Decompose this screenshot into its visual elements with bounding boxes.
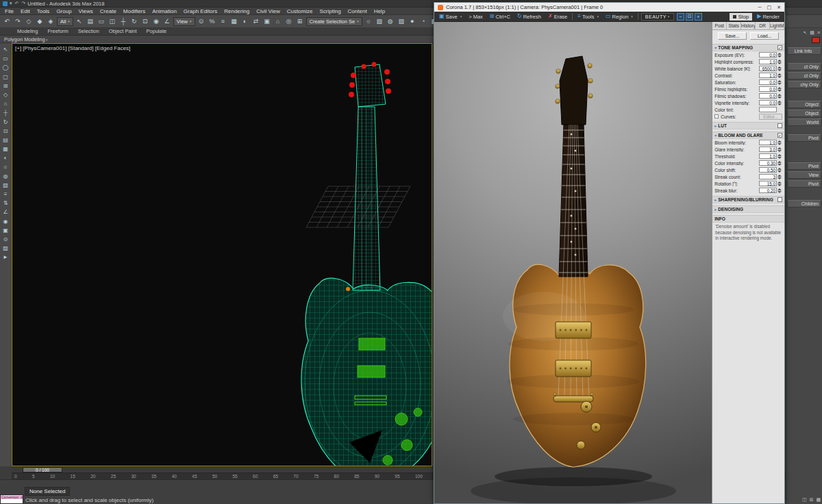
stop-button[interactable]: Stop	[730, 13, 752, 21]
layers-icon[interactable]: ▤	[810, 30, 814, 36]
layer-manager-icon[interactable]: ▣	[262, 16, 272, 26]
parameter-input[interactable]: 0.0	[759, 52, 777, 58]
panel-button[interactable]: Object	[787, 101, 821, 108]
panel-button[interactable]: Pivot	[787, 162, 821, 170]
rect-tool-icon[interactable]: ▭	[3, 55, 8, 62]
add-keys-icon[interactable]: ⊞	[810, 497, 814, 503]
curves-checkbox[interactable]	[714, 114, 719, 118]
parameter-input[interactable]: 1.0	[759, 59, 777, 64]
parameter-input[interactable]: 3	[759, 174, 777, 179]
render-icon[interactable]: ▨	[397, 16, 406, 26]
panel-button[interactable]: ct Only	[787, 63, 821, 71]
config-load-button[interactable]: Load...	[750, 32, 779, 40]
render-button[interactable]: Render	[755, 12, 782, 21]
panel-tab[interactable]: LightMix	[770, 22, 784, 29]
ribbon-tab[interactable]: Selection	[73, 27, 104, 35]
to-max-button[interactable]: > Max	[466, 12, 485, 21]
lut-checkbox[interactable]	[777, 123, 782, 128]
spinner[interactable]	[777, 53, 782, 58]
sharpening-header[interactable]: SHARPENING/BLURRING	[712, 196, 784, 203]
parameter-input[interactable]: 0.30	[759, 160, 777, 166]
rendered-frame-icon[interactable]: ◍	[386, 16, 395, 26]
ribbon-panel-label[interactable]: Polygon Modeling	[4, 36, 48, 42]
select-move-icon[interactable]: ┼	[119, 16, 128, 26]
schematic-view-icon[interactable]: ⊞	[295, 16, 305, 26]
menu-item[interactable]: Help	[371, 8, 388, 15]
menu-item[interactable]: Edit	[17, 8, 34, 15]
parameter-input[interactable]: 6500.0	[759, 66, 777, 71]
ribbon-tab[interactable]: Populate	[142, 27, 172, 35]
select-rotate-icon[interactable]: ↻	[129, 16, 139, 26]
snap-icon[interactable]: ∠	[162, 16, 172, 26]
menu-item[interactable]: Customize	[284, 8, 316, 15]
tone-mapping-checkbox[interactable]	[777, 45, 782, 50]
hatch-tool-icon[interactable]: ▧	[3, 182, 8, 188]
parameter-input[interactable]: 0.20	[759, 188, 777, 193]
panel-button[interactable]: ct Only	[787, 72, 821, 79]
target-tool-icon[interactable]: ◉	[3, 218, 8, 225]
spinner[interactable]	[777, 60, 782, 64]
redo-icon[interactable]: ↷	[13, 16, 23, 26]
material-editor-icon[interactable]: ☼	[364, 16, 373, 26]
unlink-icon[interactable]: ◆	[35, 16, 45, 26]
parameter-input[interactable]: 0.0	[759, 93, 777, 99]
box-tool-icon[interactable]: ▢	[3, 74, 8, 80]
render-iterative-icon[interactable]: ◔	[419, 16, 428, 26]
expand-arrow-icon[interactable]	[714, 123, 717, 128]
named-selection-set-dropdown[interactable]: Create Selection Se	[306, 17, 362, 26]
corona-titlebar[interactable]: Corona 1.7 | 853×1516px (1:1) | Camera: …	[434, 3, 784, 12]
panel-tab[interactable]: Post	[712, 22, 727, 29]
ribbon-tab[interactable]: Object Paint	[104, 27, 142, 35]
expand-arrow-icon[interactable]	[714, 133, 717, 138]
mesh-tool-icon[interactable]: ▦	[3, 146, 8, 152]
refresh-button[interactable]: Refresh	[515, 12, 543, 21]
panel-tab[interactable]: DR	[756, 22, 770, 29]
spinner[interactable]	[777, 73, 782, 78]
curves-editor-button[interactable]: Editor...	[759, 114, 782, 120]
denoising-header[interactable]: DENOISING	[712, 205, 784, 213]
stack-tool-icon[interactable]: ≡	[4, 191, 8, 197]
bloom-glare-checkbox[interactable]	[777, 133, 782, 138]
move-tool-icon[interactable]: ┼	[3, 110, 8, 116]
spinner[interactable]	[777, 80, 782, 85]
time-slider-thumb[interactable]: 0 / 100	[23, 467, 62, 473]
undo-icon[interactable]: ↶	[15, 1, 19, 6]
save-icon[interactable]: ▾	[10, 1, 12, 6]
placement-icon[interactable]: ◉	[151, 16, 161, 26]
config-save-button[interactable]: Save...	[718, 32, 747, 40]
maximize-icon[interactable]	[767, 5, 772, 10]
spinner[interactable]	[777, 101, 782, 105]
spinner[interactable]	[777, 66, 782, 71]
rotate-tool-icon[interactable]: ↻	[3, 119, 8, 125]
lut-header[interactable]: LUT	[712, 122, 784, 129]
color-tint-swatch[interactable]	[759, 107, 777, 112]
object-color-swatch[interactable]	[812, 37, 820, 43]
redo-icon[interactable]: ↷	[21, 1, 25, 6]
mirror-icon[interactable]: ◐	[240, 16, 250, 26]
play-tool-icon[interactable]: ►	[3, 254, 8, 260]
panel-button[interactable]: chy Only	[787, 81, 821, 88]
render-setup-icon[interactable]: ▧	[375, 16, 384, 26]
angle-snap-icon[interactable]: ⊙	[197, 16, 206, 26]
rect-region-icon[interactable]: ▭	[97, 16, 106, 26]
select-tool-icon[interactable]: ↖	[3, 47, 8, 53]
menu-item[interactable]: Animation	[149, 8, 180, 15]
parameter-input[interactable]: 0.50	[759, 167, 777, 173]
crossing-icon[interactable]: ◫	[108, 16, 117, 26]
parameter-input[interactable]: 3.0	[759, 147, 777, 152]
curve-editor-icon[interactable]: ◎	[284, 16, 294, 26]
menu-item[interactable]: Scripting	[316, 8, 344, 15]
circle-tool-icon[interactable]: ◯	[3, 64, 9, 71]
wireframe-guitar-model[interactable]	[12, 44, 432, 466]
spinner[interactable]	[777, 175, 782, 179]
expand-arrow-icon[interactable]	[714, 197, 717, 202]
zoom-out-icon[interactable]: −	[677, 13, 684, 21]
parameter-input[interactable]: 1.0	[759, 73, 777, 78]
panel-button[interactable]: World	[787, 118, 821, 126]
parameter-input[interactable]: 0.0	[759, 79, 777, 85]
render-image[interactable]	[434, 22, 712, 503]
panel-button[interactable]: Children	[787, 200, 821, 207]
spinner[interactable]	[777, 147, 782, 152]
listener-input[interactable]	[1, 499, 23, 503]
menu-item[interactable]: Create	[97, 8, 120, 15]
